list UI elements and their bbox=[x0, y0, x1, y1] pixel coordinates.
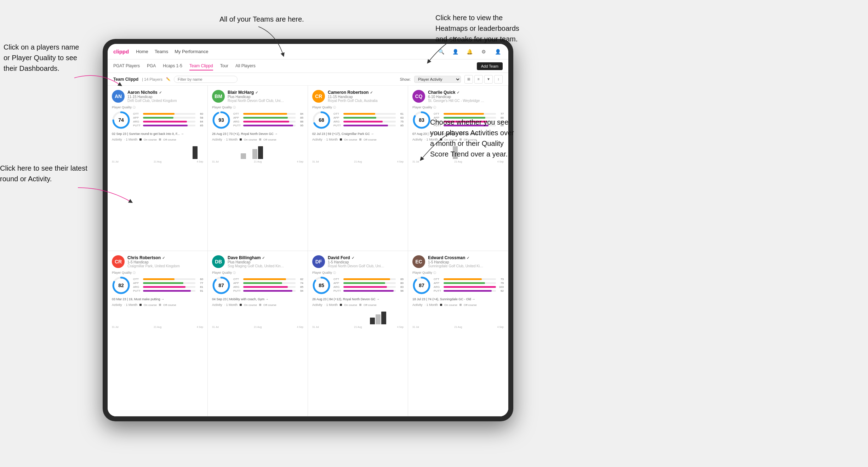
nav-teams[interactable]: Teams bbox=[155, 47, 168, 56]
stat-bar bbox=[243, 290, 296, 292]
latest-round[interactable]: 04 Sep 23 | Mobility with coach, Gym → bbox=[212, 297, 303, 301]
player-card: DB Dave Billingham ✓ Plus Handicap Sog M… bbox=[208, 251, 308, 416]
stat-bar bbox=[343, 113, 396, 115]
quality-label: Player Quality ⓘ bbox=[312, 106, 404, 109]
activity-period[interactable]: · 1 Month bbox=[124, 303, 138, 307]
tab-pgat[interactable]: PGAT Players bbox=[113, 62, 140, 70]
list-view-button[interactable]: ≡ bbox=[474, 75, 483, 84]
grid-view-button[interactable]: ⊞ bbox=[464, 75, 473, 84]
player-info: Aaron Nicholls ✓ 11-15 Handicap Drift Go… bbox=[127, 90, 203, 103]
donut-chart[interactable]: 85 bbox=[312, 276, 331, 295]
stat-bar bbox=[143, 121, 195, 123]
off-course-dot bbox=[259, 138, 261, 141]
latest-round[interactable]: 18 Jul 23 | 74 (+4), Sunningdale GC - Ol… bbox=[412, 297, 504, 301]
activity-title: Activity bbox=[112, 303, 122, 307]
activity-section: Activity · 1 Month On course Off course … bbox=[112, 138, 203, 163]
stat-fill bbox=[143, 282, 183, 284]
activity-period[interactable]: · 1 Month bbox=[224, 138, 238, 141]
stat-bar bbox=[444, 278, 496, 280]
notification-icon[interactable]: 🔔 bbox=[464, 47, 474, 57]
activity-period[interactable]: · 1 Month bbox=[425, 303, 438, 307]
tab-all-players[interactable]: All Players bbox=[235, 62, 256, 70]
edit-icon[interactable]: ✏️ bbox=[166, 77, 170, 81]
add-team-button[interactable]: Add Team bbox=[477, 62, 503, 70]
stat-row: PUTT 85 bbox=[133, 124, 203, 127]
activity-title: Activity bbox=[212, 303, 222, 307]
tab-pga[interactable]: PGA bbox=[147, 62, 156, 70]
player-name[interactable]: David Ford ✓ bbox=[328, 255, 404, 260]
donut-chart[interactable]: 87 bbox=[412, 276, 431, 295]
donut-chart[interactable]: 74 bbox=[112, 111, 130, 129]
activity-section: Activity · 1 Month On course Off course … bbox=[312, 138, 404, 163]
player-avatar: CR bbox=[112, 255, 125, 268]
stats-bars: OTT 89 APP 80 ARG 83 PUTT 96 bbox=[333, 278, 404, 293]
stat-label: APP bbox=[233, 281, 242, 285]
off-course-label: Off course bbox=[163, 303, 176, 307]
quality-content[interactable]: 87 OTT 73 APP 79 ARG 103 PUTT bbox=[412, 276, 504, 295]
tab-hcaps[interactable]: Hcaps 1-5 bbox=[163, 62, 182, 70]
activity-section: Activity · 1 Month On course Off course … bbox=[212, 138, 303, 163]
player-name[interactable]: Chris Robertson ✓ bbox=[127, 255, 203, 260]
date-mid: 21 Aug bbox=[354, 160, 362, 163]
stat-row: OTT 60 bbox=[133, 278, 203, 281]
player-name[interactable]: Cameron Robertson ✓ bbox=[328, 90, 404, 95]
stat-row: OTT 73 bbox=[434, 278, 504, 281]
chart-dates: 31 Jul 21 Aug 4 Sep bbox=[112, 160, 203, 163]
filter-button[interactable]: ▼ bbox=[484, 75, 493, 84]
ipad-frame: clippd Home Teams My Performance 🔍 👤 🔔 ⚙… bbox=[103, 39, 513, 421]
quality-content[interactable]: 85 OTT 89 APP 80 ARG 83 PUTT bbox=[312, 276, 404, 295]
donut-chart[interactable]: 82 bbox=[112, 276, 130, 295]
player-header: CQ Charlie Quick ✓ 6-10 Handicap St. Geo… bbox=[412, 90, 504, 103]
player-name[interactable]: Charlie Quick ✓ bbox=[428, 90, 504, 95]
date-end: 4 Sep bbox=[197, 160, 203, 163]
stat-value: 85 bbox=[297, 116, 303, 119]
latest-round[interactable]: 02 Sep 23 | Sunrise round to get back in… bbox=[112, 132, 203, 136]
player-name[interactable]: Edward Crossman ✓ bbox=[428, 255, 504, 260]
quality-content[interactable]: 93 OTT 84 APP 85 ARG 88 PUTT bbox=[212, 111, 303, 129]
settings-icon[interactable]: ⚙ bbox=[479, 47, 489, 57]
latest-round[interactable]: 03 Mar 23 | 19, Must make putting → bbox=[112, 297, 203, 301]
latest-round[interactable]: 26 Aug 23 | 73 (+1), Royal North Devon G… bbox=[212, 132, 303, 136]
stat-bar bbox=[243, 113, 296, 115]
profile-icon[interactable]: 👤 bbox=[450, 47, 460, 57]
stat-label: APP bbox=[333, 281, 342, 285]
activity-period[interactable]: · 1 Month bbox=[124, 138, 138, 141]
off-course-dot bbox=[159, 138, 161, 141]
player-name[interactable]: Aaron Nicholls ✓ bbox=[127, 90, 203, 95]
avatar-icon[interactable]: 👤 bbox=[493, 47, 503, 57]
player-name[interactable]: Dave Billingham ✓ bbox=[228, 255, 303, 260]
stat-value: 77 bbox=[497, 112, 504, 115]
activity-period[interactable]: · 1 Month bbox=[224, 303, 238, 307]
quality-content[interactable]: 74 OTT 60 APP 58 ARG 84 PUTT bbox=[112, 111, 203, 129]
activity-header: Activity · 1 Month On course Off course bbox=[112, 303, 203, 307]
quality-content[interactable]: 68 OTT 61 APP 63 ARG 75 PUTT bbox=[312, 111, 404, 129]
verified-icon: ✓ bbox=[370, 91, 373, 95]
view-toggle: ⊞ ≡ ▼ ↕ bbox=[464, 75, 503, 84]
nav-performance[interactable]: My Performance bbox=[175, 47, 208, 56]
player-club: Drift Golf Club, United Kingdom bbox=[127, 99, 184, 103]
donut-chart[interactable]: 83 bbox=[412, 111, 431, 129]
filter-input[interactable] bbox=[174, 76, 238, 83]
on-course-label: On course bbox=[244, 138, 257, 141]
verified-icon: ✓ bbox=[262, 256, 265, 260]
activity-period[interactable]: · 1 Month bbox=[325, 138, 338, 141]
on-course-label: On course bbox=[144, 138, 157, 141]
player-name[interactable]: Blair McHarg ✓ bbox=[228, 90, 303, 95]
donut-chart[interactable]: 68 bbox=[312, 111, 331, 129]
on-course-label: On course bbox=[144, 303, 157, 307]
show-select[interactable]: Player Activity Quality Score Trend bbox=[414, 76, 461, 83]
quality-content[interactable]: 82 OTT 60 APP 77 ARG 81 PUTT bbox=[112, 276, 203, 295]
player-score: 93 bbox=[218, 117, 224, 123]
tab-tour[interactable]: Tour bbox=[220, 62, 228, 70]
latest-round[interactable]: 26 Aug 23 | 84 (+12), Royal North Devon … bbox=[312, 297, 404, 301]
donut-chart[interactable]: 93 bbox=[212, 111, 230, 129]
quality-content[interactable]: 87 OTT 82 APP 74 ARG 85 PUTT bbox=[212, 276, 303, 295]
latest-round-text: 04 Sep 23 | Mobility with coach, Gym → bbox=[212, 297, 268, 301]
sort-button[interactable]: ↕ bbox=[494, 75, 503, 84]
latest-round[interactable]: 02 Jul 23 | 59 (+17), Craigmillar Park G… bbox=[312, 132, 404, 136]
donut-chart[interactable]: 87 bbox=[212, 276, 230, 295]
search-icon[interactable]: 🔍 bbox=[436, 47, 446, 57]
activity-period[interactable]: · 1 Month bbox=[325, 303, 338, 307]
tab-team-clippd[interactable]: Team Clippd bbox=[189, 62, 213, 70]
nav-home[interactable]: Home bbox=[136, 47, 148, 56]
